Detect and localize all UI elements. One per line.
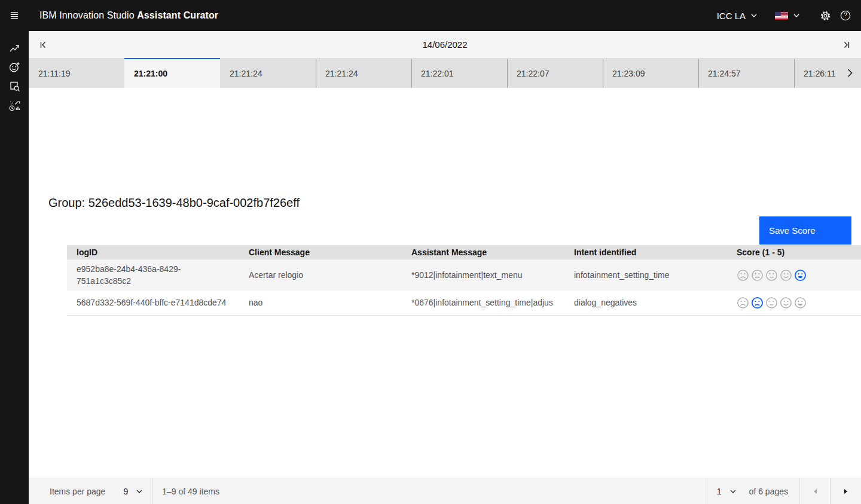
items-per-page-select[interactable]: 9 xyxy=(114,478,152,504)
divider xyxy=(152,478,152,504)
header-actions: ICC LA ? xyxy=(717,0,861,31)
time-tab-label: 21:24:57 xyxy=(708,69,741,78)
table-row: e952ba8e-24b4-436a-8429-751a1c3c85c2Acer… xyxy=(67,259,861,291)
score-face-2[interactable] xyxy=(751,269,764,282)
current-date: 14/06/2022 xyxy=(57,39,832,50)
help-button[interactable]: ? xyxy=(835,0,856,31)
hamburger-icon xyxy=(10,11,19,20)
menu-toggle-button[interactable] xyxy=(0,0,29,31)
time-tab-label: 21:21:24 xyxy=(325,69,358,78)
tabs-scroll-next-button[interactable] xyxy=(833,58,861,88)
table-header-row: logIDClient MessageAssistant MessageInte… xyxy=(67,245,861,259)
score-face-5[interactable] xyxy=(794,297,807,309)
cell-score xyxy=(727,291,861,315)
column-header: Client Message xyxy=(239,245,402,259)
help-icon: ? xyxy=(840,10,851,21)
column-header: Intent identified xyxy=(564,245,727,259)
previous-page-button[interactable] xyxy=(799,478,830,504)
sidebar-item-log-search[interactable] xyxy=(0,77,29,96)
workspace-selector[interactable]: ICC LA xyxy=(717,0,757,31)
skip-to-first-date-button[interactable] xyxy=(29,31,57,58)
logs-table: logIDClient MessageAssistant MessageInte… xyxy=(67,245,861,316)
caret-left-icon xyxy=(813,488,817,494)
time-tab[interactable]: 21:21:24 xyxy=(316,58,411,88)
score-face-4[interactable] xyxy=(780,297,792,309)
chevron-down-icon xyxy=(136,490,142,493)
time-tab-label: 21:26:11 xyxy=(804,69,835,78)
table-row: 5687d332-569f-440f-bffc-e7141d8cde74nao*… xyxy=(67,291,861,315)
skip-forward-icon xyxy=(842,40,851,50)
chevron-down-icon xyxy=(751,14,757,17)
score-face-3[interactable] xyxy=(765,297,778,309)
add-reaction-icon xyxy=(8,61,20,75)
skip-to-last-date-button[interactable] xyxy=(832,31,861,58)
search-document-icon xyxy=(8,80,20,94)
trend-chart-icon xyxy=(8,42,20,56)
group-title: Group: 526edd53-1639-48b0-9caf-002fb7f26… xyxy=(48,196,300,210)
score-faces xyxy=(737,269,861,282)
chevron-right-icon xyxy=(847,69,853,77)
cell-assistant-message: *0676|infotainment_setting_time|adjus xyxy=(402,291,564,315)
cell-intent: dialog_negatives xyxy=(564,291,727,315)
skip-back-icon xyxy=(38,40,48,50)
time-tab[interactable]: 21:23:09 xyxy=(603,58,698,88)
time-tab[interactable]: 21:11:19 xyxy=(29,58,124,88)
page-number-select[interactable]: 1 xyxy=(707,478,746,504)
items-per-page-value: 9 xyxy=(123,487,128,496)
time-tab-label: 21:22:01 xyxy=(421,69,454,78)
cell-log-id: 5687d332-569f-440f-bffc-e7141d8cde74 xyxy=(67,291,239,315)
pagination-bar: Items per page 9 1–9 of 49 items 1 of 6 … xyxy=(29,478,861,504)
items-range-text: 1–9 of 49 items xyxy=(162,487,219,496)
page-number-value: 1 xyxy=(717,487,722,496)
time-tab-label: 21:21:24 xyxy=(230,69,262,78)
score-face-5-selected[interactable] xyxy=(794,269,807,282)
page-controls: 1 of 6 pages xyxy=(707,478,861,504)
time-tab[interactable]: 21:21:24 xyxy=(220,58,316,88)
cell-log-id: e952ba8e-24b4-436a-8429-751a1c3c85c2 xyxy=(67,259,239,291)
score-face-2-selected[interactable] xyxy=(751,297,764,309)
score-face-1[interactable] xyxy=(737,269,749,282)
sidebar-item-reports[interactable] xyxy=(0,96,29,115)
column-header: Assistant Message xyxy=(402,245,564,259)
caret-right-icon xyxy=(844,488,848,494)
main-content: Group: 526edd53-1639-48b0-9caf-002fb7f26… xyxy=(29,88,861,478)
chevron-down-icon xyxy=(730,490,736,493)
next-page-button[interactable] xyxy=(830,478,861,504)
app-title: IBM Innovation Studio Assistant Curator xyxy=(39,10,218,21)
save-score-button[interactable]: Save Score xyxy=(759,216,851,245)
cell-client-message: Acertar relogio xyxy=(239,259,402,291)
sidebar-item-analytics[interactable] xyxy=(0,39,29,58)
cell-assistant-message: *9012|infotainment|text_menu xyxy=(402,259,564,291)
time-tab-label: 21:21:00 xyxy=(134,69,167,78)
cell-score xyxy=(727,259,861,291)
gear-icon xyxy=(820,10,831,22)
sidebar-nav xyxy=(0,31,29,504)
time-tab[interactable]: 21:21:00 xyxy=(124,58,220,88)
metrics-clock-icon xyxy=(8,99,20,113)
settings-button[interactable] xyxy=(815,0,835,31)
score-face-1[interactable] xyxy=(737,297,749,309)
column-header: logID xyxy=(67,245,239,259)
total-pages-text: of 6 pages xyxy=(749,487,788,496)
score-face-4[interactable] xyxy=(780,269,792,282)
app-title-module: Assistant Curator xyxy=(137,10,218,20)
time-tab-label: 21:23:09 xyxy=(612,69,645,78)
workspace-label: ICC LA xyxy=(717,11,746,21)
language-selector[interactable] xyxy=(775,0,799,31)
sidebar-item-scoring[interactable] xyxy=(0,58,29,77)
time-tabs: 21:11:1921:21:0021:21:2421:21:2421:22:01… xyxy=(29,58,861,88)
svg-text:?: ? xyxy=(844,12,847,19)
us-flag-icon xyxy=(775,12,788,20)
time-tab[interactable]: 21:24:57 xyxy=(698,58,794,88)
time-tab[interactable]: 21:22:01 xyxy=(411,58,507,88)
app-title-product: IBM Innovation Studio xyxy=(39,10,135,20)
top-header: IBM Innovation Studio Assistant Curator … xyxy=(0,0,861,31)
chevron-down-icon xyxy=(793,14,799,17)
cell-intent: infotainment_setting_time xyxy=(564,259,727,291)
date-navigation-bar: 14/06/2022 xyxy=(29,31,861,58)
time-tab-label: 21:22:07 xyxy=(517,69,549,78)
score-face-3[interactable] xyxy=(765,269,778,282)
time-tab-label: 21:11:19 xyxy=(38,69,70,78)
items-per-page-label: Items per page xyxy=(50,487,105,496)
time-tab[interactable]: 21:22:07 xyxy=(507,58,603,88)
